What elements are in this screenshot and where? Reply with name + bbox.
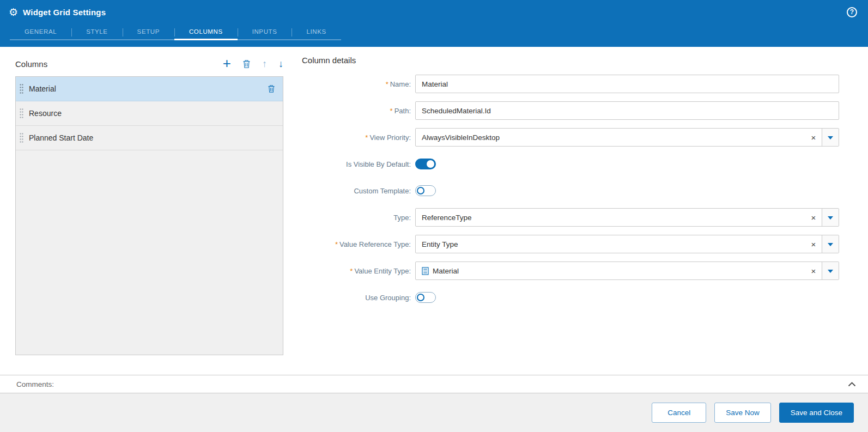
comments-label: Comments:: [16, 380, 54, 388]
column-list-item-planned-start-date[interactable]: Planned Start Date: [16, 126, 283, 150]
field-row-type: Type: ReferenceType ×: [302, 208, 853, 227]
move-column-up-button[interactable]: ↑: [262, 59, 267, 69]
name-field[interactable]: [415, 75, 839, 93]
value-entity-type-select[interactable]: Material ×: [415, 261, 839, 280]
chevron-down-icon[interactable]: [822, 262, 839, 279]
tab-general[interactable]: GENERAL: [10, 24, 71, 40]
comments-bar: Comments:: [0, 375, 868, 393]
columns-list: Material Resource: [15, 76, 283, 355]
toggle-knob: [427, 160, 434, 168]
path-field[interactable]: [415, 101, 839, 120]
clear-icon[interactable]: ×: [805, 133, 822, 142]
use-grouping-label: Use Grouping:: [302, 294, 411, 302]
delete-column-button[interactable]: [242, 59, 251, 69]
toggle-knob: [417, 187, 424, 194]
widget-grid-settings-dialog: ⚙ Widget Grid Settings ? GENERAL STYLE S…: [0, 0, 868, 432]
field-row-view-priority: *View Priority: AlwaysVisibleInDesktop ×: [302, 128, 853, 147]
tab-style[interactable]: STYLE: [71, 24, 122, 40]
main-content: Columns + ↑ ↓: [0, 47, 868, 375]
custom-template-toggle[interactable]: [415, 185, 436, 196]
view-priority-label: *View Priority:: [302, 133, 411, 142]
column-list-item-material[interactable]: Material: [16, 77, 283, 101]
field-row-value-entity-type: *Value Entity Type: Material ×: [302, 261, 853, 280]
custom-template-label: Custom Template:: [302, 187, 411, 195]
tab-inputs[interactable]: INPUTS: [238, 24, 292, 40]
clear-icon[interactable]: ×: [805, 266, 822, 276]
clear-icon[interactable]: ×: [805, 213, 822, 222]
value-reference-type-select[interactable]: Entity Type ×: [415, 235, 839, 253]
gear-icon: ⚙: [9, 7, 18, 17]
move-column-down-button[interactable]: ↓: [278, 59, 283, 69]
trash-icon: [242, 59, 251, 69]
trash-icon: [268, 84, 275, 93]
column-item-label: Resource: [29, 109, 62, 118]
view-priority-select[interactable]: AlwaysVisibleInDesktop ×: [415, 128, 839, 147]
field-row-custom-template: Custom Template:: [302, 181, 853, 200]
tab-links[interactable]: LINKS: [292, 24, 341, 40]
field-row-name: *Name:: [302, 75, 853, 93]
cancel-button[interactable]: Cancel: [652, 403, 706, 423]
value-entity-type-label: *Value Entity Type:: [302, 267, 411, 275]
clear-icon[interactable]: ×: [805, 240, 822, 249]
name-label: *Name:: [302, 80, 411, 88]
title-row: ⚙ Widget Grid Settings ?: [0, 0, 868, 24]
type-label: Type:: [302, 214, 411, 222]
use-grouping-toggle[interactable]: [415, 292, 436, 303]
type-select[interactable]: ReferenceType ×: [415, 208, 839, 227]
field-row-value-reference-type: *Value Reference Type: Entity Type ×: [302, 235, 853, 253]
type-value: ReferenceType: [416, 214, 805, 222]
dialog-header: ⚙ Widget Grid Settings ? GENERAL STYLE S…: [0, 0, 868, 47]
columns-toolbar: + ↑ ↓: [223, 58, 283, 70]
field-row-use-grouping: Use Grouping:: [302, 288, 853, 307]
required-marker: *: [335, 240, 338, 248]
field-row-path: *Path:: [302, 101, 853, 120]
column-item-label: Planned Start Date: [29, 133, 93, 142]
add-column-button[interactable]: +: [223, 56, 231, 70]
delete-row-button[interactable]: [268, 84, 275, 93]
tab-bar: GENERAL STYLE SETUP COLUMNS INPUTS LINKS: [0, 24, 868, 47]
save-now-button[interactable]: Save Now: [714, 403, 771, 423]
required-marker: *: [350, 267, 353, 275]
tab-setup[interactable]: SETUP: [123, 24, 174, 40]
path-label: *Path:: [302, 107, 411, 115]
columns-panel-header: Columns + ↑ ↓: [15, 56, 283, 72]
drag-handle-icon[interactable]: [20, 83, 23, 94]
field-row-is-visible-by-default: Is Visible By Default:: [302, 155, 853, 173]
collapse-comments-button[interactable]: [848, 382, 856, 387]
toggle-knob: [417, 294, 424, 301]
help-icon[interactable]: ?: [847, 7, 857, 17]
tab-columns[interactable]: COLUMNS: [174, 24, 238, 40]
value-reference-type-value: Entity Type: [416, 240, 805, 248]
chevron-down-icon[interactable]: [822, 235, 839, 253]
dialog-title: Widget Grid Settings: [23, 8, 106, 17]
is-visible-by-default-label: Is Visible By Default:: [302, 160, 411, 168]
value-reference-type-label: *Value Reference Type:: [302, 240, 411, 248]
columns-panel-title: Columns: [15, 59, 47, 69]
chevron-up-icon: [848, 382, 856, 387]
dialog-footer: Cancel Save Now Save and Close: [0, 393, 868, 432]
required-marker: *: [365, 133, 368, 142]
drag-handle-icon[interactable]: [20, 132, 23, 143]
column-list-item-resource[interactable]: Resource: [16, 101, 283, 126]
required-marker: *: [390, 107, 393, 115]
column-details-panel: Column details *Name: *Path: *View Prior…: [302, 56, 853, 375]
entity-type-icon: [422, 267, 429, 275]
required-marker: *: [386, 80, 389, 88]
chevron-down-icon[interactable]: [822, 209, 839, 226]
column-details-title: Column details: [302, 56, 853, 65]
drag-handle-icon[interactable]: [20, 108, 23, 119]
value-entity-type-value: Material: [416, 267, 805, 275]
columns-panel: Columns + ↑ ↓: [15, 56, 283, 375]
column-item-label: Material: [29, 84, 56, 93]
is-visible-by-default-toggle[interactable]: [415, 159, 436, 169]
chevron-down-icon[interactable]: [822, 129, 839, 146]
save-and-close-button[interactable]: Save and Close: [779, 403, 854, 423]
view-priority-value: AlwaysVisibleInDesktop: [416, 133, 805, 142]
